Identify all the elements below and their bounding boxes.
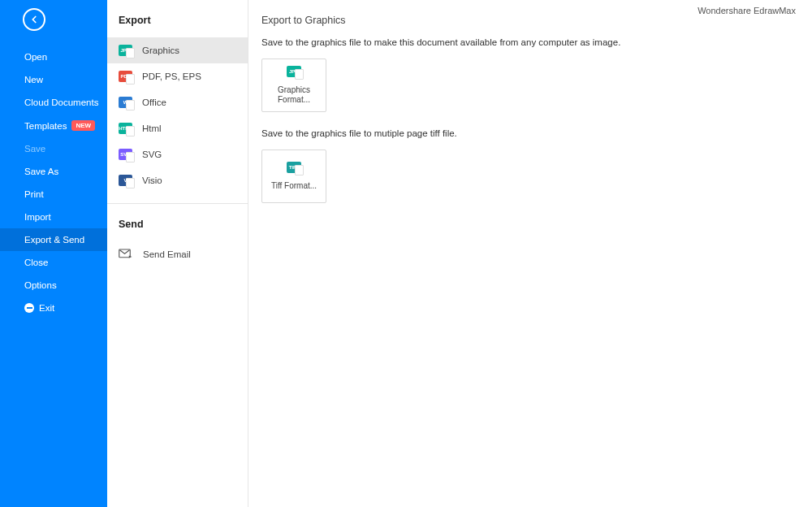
tiff-tile-label: Tiff Format... — [271, 181, 317, 191]
tiff-icon: TIFF — [287, 162, 301, 173]
tiff-description: Save to the graphics file to mutiple pag… — [261, 128, 799, 138]
export-section-title: Export — [107, 0, 248, 37]
office-icon: W — [119, 97, 132, 108]
sidebar-item-export-send[interactable]: Export & Send — [0, 228, 107, 251]
content-title: Export to Graphics — [261, 15, 799, 26]
sidebar-item-label: Save — [24, 144, 45, 154]
export-item-pdf-ps-eps[interactable]: PDFPDF, PS, EPS — [107, 63, 248, 89]
export-item-office[interactable]: WOffice — [107, 89, 248, 115]
jpg-icon: JPG — [119, 45, 132, 56]
sidebar-item-save-as[interactable]: Save As — [0, 160, 107, 183]
export-item-html[interactable]: HTMLHtml — [107, 115, 248, 141]
sidebar-item-save: Save — [0, 137, 107, 160]
sidebar-item-label: Options — [24, 280, 57, 290]
sidebar-item-cloud-documents[interactable]: Cloud Documents — [0, 91, 107, 114]
send-section-title: Send — [107, 204, 248, 241]
graphics-format-tile[interactable]: JPG Graphics Format... — [261, 58, 326, 112]
export-item-visio[interactable]: VVisio — [107, 167, 248, 193]
sidebar-item-open[interactable]: Open — [0, 46, 107, 68]
sidebar-item-new[interactable]: New — [0, 68, 107, 91]
sidebar-item-options[interactable]: Options — [0, 274, 107, 297]
tiff-format-tile[interactable]: TIFF Tiff Format... — [261, 150, 326, 203]
sidebar-item-label: Save As — [24, 167, 58, 176]
back-button[interactable] — [23, 8, 45, 31]
sidebar-item-label: New — [24, 75, 43, 84]
sidebar-item-label: Open — [24, 52, 47, 62]
sidebar-item-label: Templates — [24, 121, 67, 131]
sidebar-item-label: Exit — [39, 303, 54, 313]
back-arrow-icon — [28, 14, 40, 25]
export-item-svg[interactable]: SVGSVG — [107, 141, 248, 167]
sidebar-item-templates[interactable]: TemplatesNEW — [0, 114, 107, 137]
export-item-label: SVG — [142, 150, 162, 159]
export-item-label: Html — [142, 124, 162, 133]
pdf-icon: PDF — [119, 71, 132, 82]
svg-icon: SVG — [119, 149, 132, 160]
sidebar-item-import[interactable]: Import — [0, 206, 107, 228]
exit-icon — [24, 303, 34, 313]
sidebar-item-label: Import — [24, 212, 51, 222]
send-item-send-email[interactable]: Send Email — [107, 241, 248, 267]
new-badge: NEW — [71, 120, 95, 131]
graphics-tile-label: Graphics Format... — [262, 85, 326, 105]
visio-icon: V — [119, 175, 132, 186]
sidebar-item-print[interactable]: Print — [0, 183, 107, 206]
export-item-label: Graphics — [142, 46, 179, 55]
content-panel: Export to Graphics Save to the graphics … — [248, 0, 812, 507]
export-item-label: Visio — [142, 176, 162, 185]
export-item-graphics[interactable]: JPGGraphics — [107, 37, 248, 63]
send-item-label: Send Email — [143, 249, 191, 259]
graphics-description: Save to the graphics file to make this d… — [261, 37, 799, 47]
sidebar-item-label: Print — [24, 189, 44, 199]
sidebar: OpenNewCloud DocumentsTemplatesNEWSaveSa… — [0, 0, 107, 507]
export-item-label: PDF, PS, EPS — [142, 72, 201, 81]
mail-icon — [119, 249, 133, 260]
sidebar-item-label: Cloud Documents — [24, 98, 98, 107]
sidebar-item-close[interactable]: Close — [0, 251, 107, 274]
export-type-panel: Export JPGGraphicsPDFPDF, PS, EPSWOffice… — [107, 0, 248, 507]
export-item-label: Office — [142, 98, 166, 107]
sidebar-item-exit[interactable]: Exit — [0, 297, 107, 319]
html-icon: HTML — [119, 123, 132, 134]
sidebar-item-label: Export & Send — [24, 235, 84, 245]
jpg-icon: JPG — [287, 66, 301, 77]
sidebar-item-label: Close — [24, 258, 48, 267]
